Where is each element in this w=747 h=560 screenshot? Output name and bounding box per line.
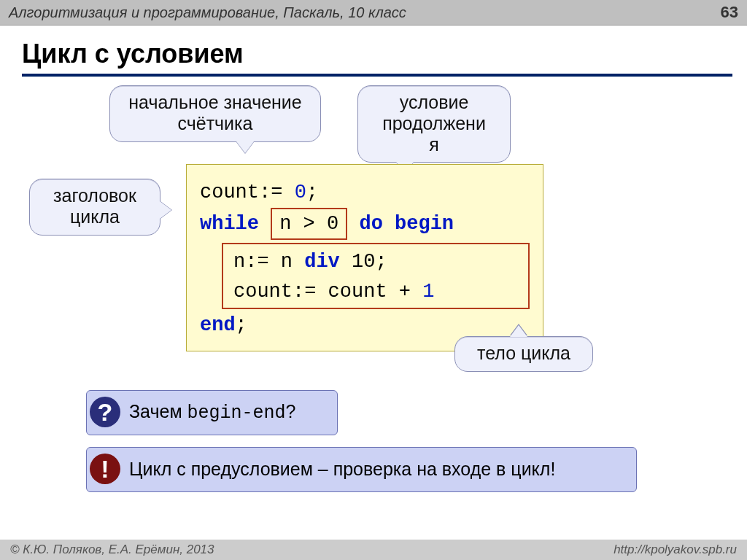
footer-authors: © К.Ю. Поляков, Е.А. Ерёмин, 2013 bbox=[10, 542, 214, 557]
code-line-2: while n > 0 do begin bbox=[200, 208, 530, 241]
callout-initial-value: начальное значение счётчика bbox=[109, 85, 321, 142]
question-text: Зачем begin-end? bbox=[129, 401, 295, 424]
loop-body-frame: n:= n div 10; count:= count + 1 bbox=[222, 243, 530, 309]
code-line-1: count:= 0; bbox=[200, 178, 530, 208]
condition-frame: n > 0 bbox=[271, 208, 347, 241]
code-block: count:= 0; while n > 0 do begin n:= n di… bbox=[186, 164, 543, 351]
code-line-4: count:= count + 1 bbox=[233, 277, 518, 307]
exclamation-bar: ! Цикл с предусловием – проверка на вход… bbox=[86, 447, 637, 492]
callout-loop-body: тело цикла bbox=[454, 336, 593, 372]
exclamation-text: Цикл с предусловием – проверка на входе … bbox=[129, 459, 555, 480]
question-icon: ? bbox=[90, 397, 120, 427]
slide-title: Цикл с условием bbox=[22, 39, 732, 77]
content-stage: начальное значение счётчика условие прод… bbox=[0, 84, 747, 529]
footer-url: http://kpolyakov.spb.ru bbox=[614, 542, 737, 557]
question-bar: ? Зачем begin-end? bbox=[86, 390, 338, 435]
code-line-3: n:= n div 10; bbox=[233, 247, 518, 277]
callout-condition: условие продолжени я bbox=[357, 85, 511, 163]
exclamation-icon: ! bbox=[90, 454, 120, 484]
course-title: Алгоритмизация и программирование, Паска… bbox=[9, 4, 406, 21]
header-bar: Алгоритмизация и программирование, Паска… bbox=[0, 0, 747, 26]
page-number: 63 bbox=[721, 3, 738, 22]
callout-loop-header: заголовок цикла bbox=[29, 179, 160, 236]
footer-bar: © К.Ю. Поляков, Е.А. Ерёмин, 2013 http:/… bbox=[0, 540, 747, 560]
